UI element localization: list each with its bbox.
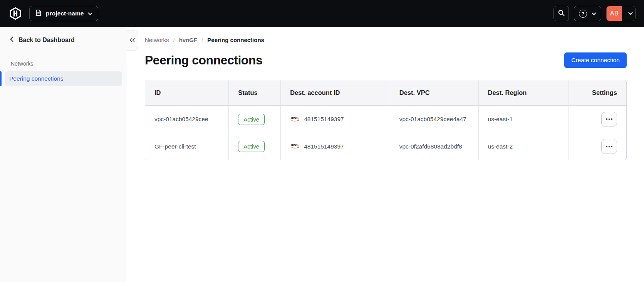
aws-icon: aws	[290, 115, 300, 123]
breadcrumb-hvn[interactable]: hvnGF	[179, 37, 198, 43]
back-to-dashboard-label: Back to Dashboard	[18, 37, 75, 44]
help-menu-button[interactable]: ?	[574, 6, 601, 21]
cell-dest-region: us-east-2	[479, 133, 569, 160]
ellipsis-icon	[606, 118, 607, 120]
table-row: GF-peer-cli-test Active aws 4815	[145, 133, 626, 160]
collapse-sidebar-button[interactable]	[127, 30, 138, 51]
page-header: Peering connections Create connection	[145, 52, 627, 68]
search-icon	[558, 9, 565, 18]
user-menu-button[interactable]: AB	[606, 6, 636, 21]
column-header-status: Status	[229, 80, 281, 106]
breadcrumb-networks[interactable]: Networks	[145, 37, 169, 43]
cell-id: vpc-01acb05429cee	[145, 106, 229, 133]
chevron-down-icon	[626, 12, 635, 15]
column-header-id: ID	[145, 80, 229, 106]
breadcrumb: Networks / hvnGF / Peering connections	[145, 37, 627, 43]
double-chevron-left-icon	[129, 37, 135, 44]
column-header-dest-account-id: Dest. account ID	[281, 80, 390, 106]
sidebar-item-peering-connections[interactable]: Peering connections	[5, 71, 122, 86]
aws-icon: aws	[290, 142, 300, 150]
create-connection-button[interactable]: Create connection	[564, 52, 627, 68]
cell-id: GF-peer-cli-test	[145, 133, 229, 160]
top-nav-bar: project-name ? AB	[0, 0, 644, 27]
active-item-indicator	[0, 71, 2, 86]
back-to-dashboard-link[interactable]: Back to Dashboard	[0, 27, 127, 44]
document-icon	[35, 9, 42, 18]
sidebar-section-label: Networks	[11, 61, 127, 67]
cell-dest-vpc: vpc-01acb05429cee4a47	[390, 106, 479, 133]
svg-text:aws: aws	[291, 115, 299, 120]
project-switcher-label: project-name	[46, 10, 84, 17]
table-row: vpc-01acb05429cee Active aws 481	[145, 106, 626, 133]
cell-dest-vpc: vpc-0f2afd6808ad2bdf8	[390, 133, 479, 160]
breadcrumb-separator: /	[173, 37, 175, 43]
status-badge: Active	[238, 114, 265, 125]
ellipsis-icon	[606, 146, 607, 147]
sidebar-item-label: Peering connections	[9, 75, 63, 82]
row-settings-menu-button[interactable]	[601, 112, 617, 127]
chevron-left-icon	[10, 36, 13, 44]
project-switcher-button[interactable]: project-name	[29, 6, 98, 21]
page-title: Peering connections	[145, 53, 262, 68]
row-settings-menu-button[interactable]	[601, 139, 617, 154]
main-content: Networks / hvnGF / Peering connections P…	[127, 27, 644, 282]
table-header-row: ID Status Dest. account ID Dest. VPC Des…	[145, 80, 626, 106]
column-header-settings: Settings	[569, 80, 626, 106]
column-header-dest-region: Dest. Region	[479, 80, 569, 106]
avatar: AB	[607, 6, 622, 21]
hashicorp-logo-icon	[8, 7, 22, 20]
breadcrumb-separator: /	[201, 37, 203, 43]
topbar-actions: ? AB	[553, 6, 636, 21]
help-icon: ?	[579, 10, 587, 18]
cell-dest-account-id: 481515149397	[304, 116, 344, 123]
cell-dest-account-id: 481515149397	[304, 143, 344, 150]
sidebar-item-peering-connections-wrap: Peering connections	[0, 71, 127, 86]
sidebar: Back to Dashboard Networks Peering conne…	[0, 27, 127, 282]
search-button[interactable]	[553, 6, 569, 21]
breadcrumb-current: Peering connections	[207, 37, 264, 43]
chevron-down-icon	[592, 10, 596, 17]
cell-dest-region: us-east-1	[479, 106, 569, 133]
svg-text:aws: aws	[291, 142, 299, 147]
status-badge: Active	[238, 141, 265, 152]
peering-connections-table: ID Status Dest. account ID Dest. VPC Des…	[145, 80, 627, 160]
column-header-dest-vpc: Dest. VPC	[390, 80, 479, 106]
chevron-down-icon	[88, 10, 92, 17]
